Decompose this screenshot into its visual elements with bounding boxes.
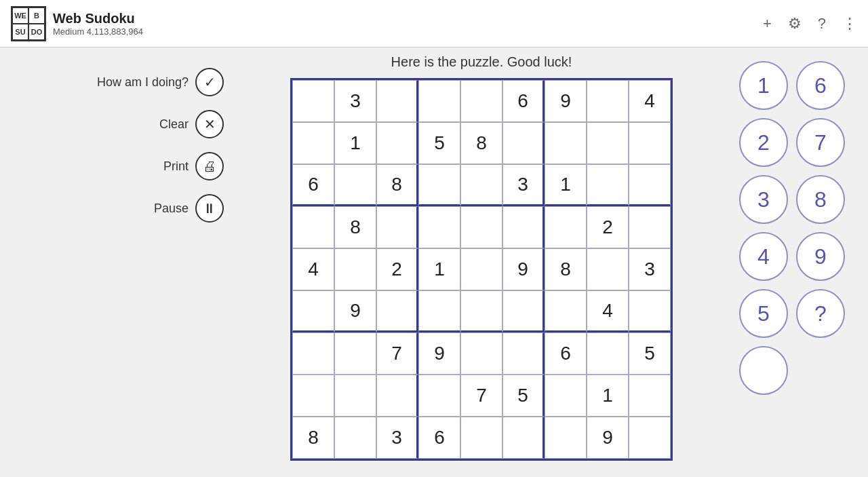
cell-1-3[interactable]: 5 bbox=[418, 122, 460, 164]
cell-0-2[interactable] bbox=[376, 80, 418, 122]
cell-0-0[interactable] bbox=[292, 80, 334, 122]
cell-7-2[interactable] bbox=[376, 375, 418, 417]
menu-icon[interactable]: ⋮ bbox=[842, 15, 857, 33]
cell-6-3[interactable]: 9 bbox=[418, 332, 460, 375]
cell-8-2[interactable]: 3 bbox=[376, 417, 418, 459]
cell-5-3[interactable] bbox=[418, 290, 460, 332]
cell-1-5[interactable] bbox=[502, 122, 545, 164]
num-btn-8[interactable]: 8 bbox=[796, 175, 845, 224]
cell-0-4[interactable] bbox=[460, 80, 502, 122]
cell-2-5[interactable]: 3 bbox=[502, 164, 545, 206]
cell-7-8[interactable] bbox=[629, 375, 671, 417]
cell-0-8[interactable]: 4 bbox=[629, 80, 671, 122]
cell-2-8[interactable] bbox=[629, 164, 671, 206]
num-btn-9[interactable]: 9 bbox=[796, 232, 845, 281]
add-icon[interactable]: + bbox=[763, 15, 772, 33]
print-item[interactable]: Print 🖨 bbox=[163, 152, 224, 180]
cell-4-2[interactable]: 2 bbox=[376, 248, 418, 290]
cell-4-4[interactable] bbox=[460, 248, 502, 290]
cell-0-5[interactable]: 6 bbox=[502, 80, 545, 122]
cell-4-6[interactable]: 8 bbox=[545, 248, 587, 290]
cell-1-8[interactable] bbox=[629, 122, 671, 164]
cell-4-5[interactable]: 9 bbox=[502, 248, 545, 290]
cell-8-6[interactable] bbox=[545, 417, 587, 459]
cell-3-2[interactable] bbox=[376, 206, 418, 248]
cell-1-0[interactable] bbox=[292, 122, 334, 164]
cell-6-4[interactable] bbox=[460, 332, 502, 375]
how-am-i-doing-button[interactable]: ✓ bbox=[195, 68, 224, 96]
cell-2-0[interactable]: 6 bbox=[292, 164, 334, 206]
print-button[interactable]: 🖨 bbox=[195, 152, 224, 180]
cell-7-3[interactable] bbox=[418, 375, 460, 417]
cell-8-7[interactable]: 9 bbox=[587, 417, 629, 459]
cell-3-7[interactable]: 2 bbox=[587, 206, 629, 248]
cell-4-7[interactable] bbox=[587, 248, 629, 290]
help-icon[interactable]: ? bbox=[818, 15, 826, 33]
cell-6-8[interactable]: 5 bbox=[629, 332, 671, 375]
cell-8-3[interactable]: 6 bbox=[418, 417, 460, 459]
cell-3-3[interactable] bbox=[418, 206, 460, 248]
cell-3-5[interactable] bbox=[502, 206, 545, 248]
cell-2-7[interactable] bbox=[587, 164, 629, 206]
cell-3-1[interactable]: 8 bbox=[334, 206, 376, 248]
num-btn-5[interactable]: 5 bbox=[739, 289, 788, 338]
cell-1-7[interactable] bbox=[587, 122, 629, 164]
cell-8-0[interactable]: 8 bbox=[292, 417, 334, 459]
cell-8-5[interactable] bbox=[502, 417, 545, 459]
num-btn-4[interactable]: 4 bbox=[739, 232, 788, 281]
cell-7-5[interactable]: 5 bbox=[502, 375, 545, 417]
cell-6-2[interactable]: 7 bbox=[376, 332, 418, 375]
cell-7-6[interactable] bbox=[545, 375, 587, 417]
cell-1-4[interactable]: 8 bbox=[460, 122, 502, 164]
cell-7-0[interactable] bbox=[292, 375, 334, 417]
cell-2-6[interactable]: 1 bbox=[545, 164, 587, 206]
cell-0-3[interactable] bbox=[418, 80, 460, 122]
cell-6-7[interactable] bbox=[587, 332, 629, 375]
cell-3-0[interactable] bbox=[292, 206, 334, 248]
cell-5-2[interactable] bbox=[376, 290, 418, 332]
num-btn-3[interactable]: 3 bbox=[739, 175, 788, 224]
cell-0-1[interactable]: 3 bbox=[334, 80, 376, 122]
cell-8-4[interactable] bbox=[460, 417, 502, 459]
cell-4-0[interactable]: 4 bbox=[292, 248, 334, 290]
num-btn-7[interactable]: 7 bbox=[796, 118, 845, 167]
num-btn-empty[interactable] bbox=[739, 346, 788, 395]
cell-2-3[interactable] bbox=[418, 164, 460, 206]
cell-2-4[interactable] bbox=[460, 164, 502, 206]
pause-button[interactable]: ⏸ bbox=[195, 194, 224, 223]
cell-5-5[interactable] bbox=[502, 290, 545, 332]
cell-1-6[interactable] bbox=[545, 122, 587, 164]
num-btn-2[interactable]: 2 bbox=[739, 118, 788, 167]
cell-3-6[interactable] bbox=[545, 206, 587, 248]
cell-5-0[interactable] bbox=[292, 290, 334, 332]
settings-icon[interactable]: ⚙ bbox=[788, 15, 802, 33]
cell-6-0[interactable] bbox=[292, 332, 334, 375]
cell-5-4[interactable] bbox=[460, 290, 502, 332]
clear-button[interactable]: ✕ bbox=[195, 110, 224, 138]
cell-6-6[interactable]: 6 bbox=[545, 332, 587, 375]
cell-2-1[interactable] bbox=[334, 164, 376, 206]
how-am-i-doing-item[interactable]: How am I doing? ✓ bbox=[97, 68, 224, 96]
num-btn-6[interactable]: 6 bbox=[796, 61, 845, 110]
cell-1-2[interactable] bbox=[376, 122, 418, 164]
cell-0-6[interactable]: 9 bbox=[545, 80, 587, 122]
cell-5-8[interactable] bbox=[629, 290, 671, 332]
cell-4-1[interactable] bbox=[334, 248, 376, 290]
cell-5-1[interactable]: 9 bbox=[334, 290, 376, 332]
cell-0-7[interactable] bbox=[587, 80, 629, 122]
cell-1-1[interactable]: 1 bbox=[334, 122, 376, 164]
cell-6-1[interactable] bbox=[334, 332, 376, 375]
cell-7-4[interactable]: 7 bbox=[460, 375, 502, 417]
pause-item[interactable]: Pause ⏸ bbox=[154, 194, 224, 223]
cell-7-1[interactable] bbox=[334, 375, 376, 417]
num-btn-hint[interactable]: ? bbox=[796, 289, 845, 338]
cell-4-8[interactable]: 3 bbox=[629, 248, 671, 290]
clear-item[interactable]: Clear ✕ bbox=[159, 110, 224, 138]
cell-7-7[interactable]: 1 bbox=[587, 375, 629, 417]
cell-8-8[interactable] bbox=[629, 417, 671, 459]
cell-2-2[interactable]: 8 bbox=[376, 164, 418, 206]
cell-3-4[interactable] bbox=[460, 206, 502, 248]
cell-6-5[interactable] bbox=[502, 332, 545, 375]
num-btn-1[interactable]: 1 bbox=[739, 61, 788, 110]
cell-4-3[interactable]: 1 bbox=[418, 248, 460, 290]
